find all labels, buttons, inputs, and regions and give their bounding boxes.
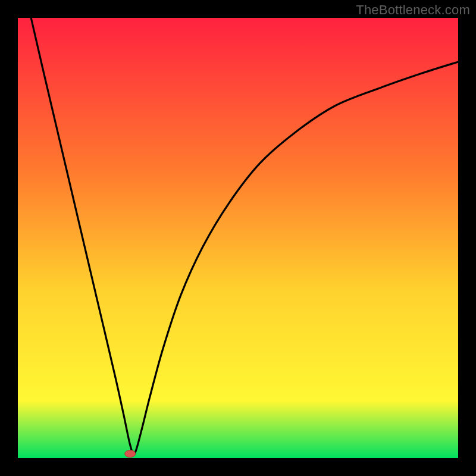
bottleneck-plot xyxy=(0,0,476,476)
optimal-marker xyxy=(125,450,136,458)
watermark-text: TheBottleneck.com xyxy=(356,2,470,18)
chart-frame: TheBottleneck.com xyxy=(0,0,476,476)
